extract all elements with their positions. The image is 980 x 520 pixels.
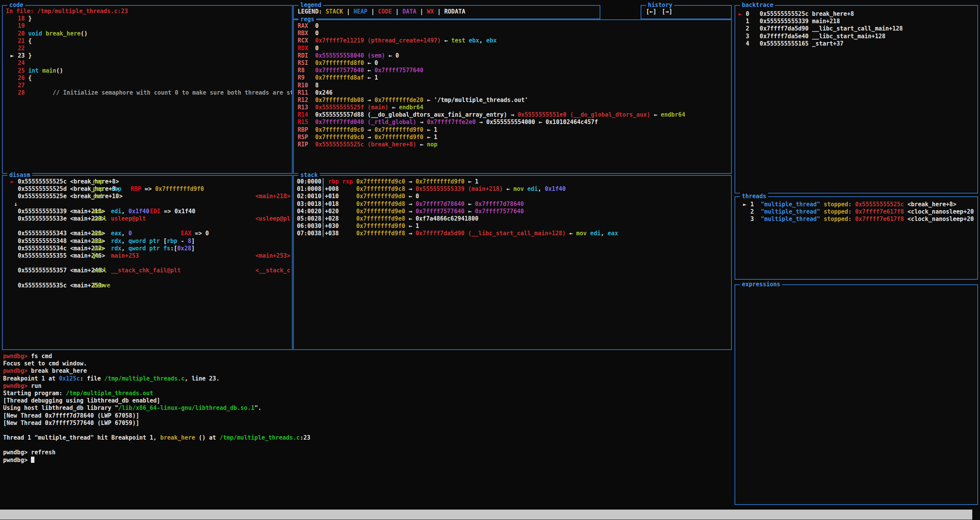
marker-space [10, 245, 18, 252]
line-number: 23 [18, 52, 25, 59]
terminal-line: Starting program: /tmp/multiple_threads.… [2, 390, 729, 397]
line-marker [10, 67, 18, 75]
instruction-address: 0x555555555348 <main+233> [18, 238, 105, 245]
code-line: 22 [3, 45, 292, 52]
panel-disasm: disasm ►0x55555555525c <break_here+8>nop… [2, 175, 293, 350]
line-marker [10, 82, 18, 89]
mnemonic: nop [93, 178, 103, 185]
instruction-address: 0x555555555343 <main+228> [18, 230, 105, 237]
expressions-view [735, 285, 977, 504]
panel-legend: legend LEGEND: STACK | HEAP | CODE | DAT… [293, 5, 600, 19]
operands: eax, 0 [111, 230, 132, 237]
instruction-address: 0x55555555525c <break_here+8> [18, 178, 119, 185]
panel-code: code In file: /tmp/multiple_threads.c:23… [2, 5, 293, 174]
code-line: 27 [3, 82, 292, 89]
stack-row: 05:0028│+028 0x7fffffffd9e8 ← 0xf7a4866c… [297, 215, 731, 223]
line-number: 21 [18, 37, 25, 45]
code-file-header: In file: /tmp/multiple_threads.c:23 [3, 8, 292, 15]
current-frame-marker-icon: ► [738, 10, 746, 18]
operands: rdx, qword ptr fs:[0x28] [111, 245, 195, 252]
backtrace-frame: ►0 0x55555555525c break_here+8 [738, 10, 977, 18]
line-marker [10, 75, 18, 82]
terminal-line: Breakpoint 1 at 0x125c: file /tmp/multip… [2, 375, 729, 382]
backtrace-view: ►0 0x55555555525c break_here+8 1 0x55555… [735, 6, 977, 193]
marker-space [10, 252, 18, 260]
mnemonic: call [93, 267, 107, 274]
register-row: RCX 0x7ffff7e11219 (pthread_create+1497)… [298, 37, 731, 44]
terminal-prompt[interactable]: pwndbg> [2, 457, 729, 464]
marker-space [10, 185, 18, 193]
terminal-line: [Thread debugging using libthread_db ena… [2, 397, 729, 404]
backtrace-frame: 3 0x7ffff7da5e40 __libc_start_main+128 [738, 33, 977, 40]
marker-space [738, 40, 746, 48]
register-name: R14 [298, 111, 315, 118]
terminal-line [2, 442, 729, 449]
register-name: RSI [298, 59, 315, 66]
mnemonic: mov [93, 238, 103, 245]
register-row: RDX 0 [298, 45, 731, 52]
terminal-line: Using host libthread_db library "/lib/x8… [2, 404, 729, 412]
threads-view: ► 1 "multiple_thread" stopped: 0x5555555… [735, 197, 977, 279]
terminal-line: [New Thread 0x7ffff7d78640 (LWP 67058)] [2, 412, 729, 420]
panel-regs: regs RAX 0RBX 0RCX 0x7ffff7e11219 (pthre… [293, 19, 732, 174]
register-annotation: EDI => 0x1f40 [150, 208, 195, 215]
register-name: R15 [298, 119, 315, 126]
terminal-line [2, 427, 729, 434]
stack-row: 01:0008│+008 0x7fffffffd9c8 → 0x55555555… [297, 185, 731, 193]
register-name: RBX [298, 30, 315, 37]
code-line: 18 } [3, 15, 292, 22]
panel-stack: stack 00:0000│ rbp rsp 0x7fffffffd9c0 → … [293, 175, 732, 350]
disasm-row: 0x555555555339 <main+218>movedi, 0x1f40E… [3, 208, 292, 215]
code-line: 21 { [3, 37, 292, 45]
disasm-row [3, 260, 292, 267]
line-number: 19 [18, 22, 25, 30]
instruction-address: 0x55555555535c <main+253> [18, 282, 105, 289]
line-number: 24 [18, 59, 25, 67]
mnemonic: mov [93, 230, 103, 237]
terminal-line: pwndbg> refresh [2, 449, 729, 456]
marker-space [743, 216, 750, 223]
register-name: R8 [298, 67, 315, 74]
instruction-address: 0x55555555534c <main+237> [18, 245, 105, 252]
instruction-address: 0x55555555525d <break_here+9> [18, 185, 119, 192]
marker-space [10, 215, 18, 223]
line-number: 25 [18, 67, 25, 75]
terminal-cursor[interactable] [31, 457, 34, 463]
operands: main+253 [111, 252, 139, 260]
disasm-row: 0x55555555525e <break_here+10>ret<main+2… [3, 193, 292, 200]
code-line: ►23 } [3, 52, 292, 59]
operands: rbp [111, 185, 121, 193]
mnemonic: mov [93, 208, 103, 215]
current-line-marker: ► [10, 52, 18, 59]
stack-row: 07:0038│+038 0x7fffffffd9f8 → 0x7ffff7da… [297, 230, 731, 237]
mnemonic: sub [93, 245, 103, 252]
history-back-button[interactable]: [←] [646, 8, 656, 15]
backtrace-frame: 1 0x555555555339 main+218 [738, 18, 977, 25]
marker-space [10, 193, 18, 200]
line-marker [10, 45, 18, 52]
operands: rdx, qword ptr [rbp - 8] [111, 238, 195, 245]
instruction-address: 0x555555555355 <main+246> [18, 252, 105, 259]
stack-row: 00:0000│ rbp rsp 0x7fffffffd9c0 → 0x7fff… [297, 178, 731, 185]
instruction-address: 0x555555555339 <main+218> [18, 208, 105, 215]
mnemonic: je [93, 252, 100, 260]
branch-target: <main+253> [256, 252, 290, 260]
legend-line: LEGEND: STACK | HEAP | CODE | DATA | WX … [294, 6, 600, 19]
code-line: 28 // Initialize semaphore with count 0 … [3, 89, 292, 97]
mnemonic: leave [93, 282, 110, 289]
register-row: RIP 0x55555555525c (break_here+8) ← nop [298, 141, 731, 148]
marker-space [10, 267, 18, 274]
mnemonic: call [93, 215, 107, 223]
disasm-row: ►0x55555555525c <break_here+8>nop [3, 178, 292, 185]
current-thread-marker-icon: ► [743, 201, 750, 208]
register-annotation: EAX => 0 [181, 230, 209, 237]
pc-marker-icon: ► [10, 178, 18, 185]
code-line: 25 int main() [3, 67, 292, 75]
mnemonic: ret [93, 193, 103, 200]
mnemonic: pop [93, 185, 103, 193]
register-name: RAX [298, 22, 315, 29]
marker-space [10, 282, 18, 289]
terminal-output: pwndbg> fs cmdFocus set to cmd window.pw… [2, 353, 729, 464]
line-marker [10, 15, 18, 22]
history-forward-button[interactable]: [→] [662, 8, 672, 15]
